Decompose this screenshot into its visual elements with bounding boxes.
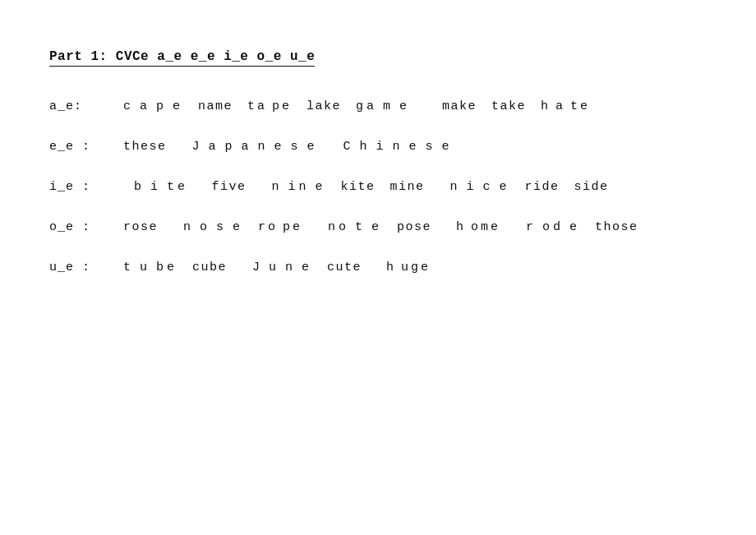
word-mine: mine [390, 180, 425, 194]
word-those: those [595, 220, 638, 234]
word-game: ga m e [356, 99, 410, 113]
word-nine: n in e [261, 180, 326, 194]
section-o_e: o_e : rose n o s e ro pe no t e pose h o… [49, 220, 707, 234]
word-june: J u n e [242, 261, 312, 274]
word-rose: rose [123, 220, 158, 234]
word-chinese: C h i n e s e [333, 140, 453, 154]
word-side: side [574, 180, 609, 194]
label-o_e: o_e : [49, 220, 123, 234]
word-home: h ome [446, 220, 500, 234]
word-bite: b i te [123, 180, 188, 194]
word-cape: c a p e [123, 99, 183, 113]
word-rope: ro pe [258, 220, 302, 234]
label-e_e: e_e : [49, 140, 123, 154]
word-kite: kite [341, 180, 376, 194]
section-e_e: e_e : these J a p a n e s e C h i n e s … [49, 140, 707, 154]
word-nose: n o s e [173, 220, 243, 234]
word-cute: cute [327, 261, 362, 274]
word-tape: ta pe [247, 99, 292, 113]
page-title: Part 1: CVCe a_e e_e i_e o_e u_e [49, 49, 315, 67]
word-rode: r od e [515, 220, 580, 234]
label-a_e: a_e: [49, 99, 123, 113]
label-i_e: i_e : [49, 180, 123, 194]
word-ride: ride [525, 180, 560, 194]
word-name: name [198, 99, 233, 113]
word-note: no t e [317, 220, 382, 234]
word-tube: t u be [123, 261, 177, 274]
word-japanese: J a p a n e s e [182, 140, 318, 154]
word-take: take [491, 99, 526, 113]
label-u_e: u_e : [49, 261, 123, 274]
word-hate: h a te [541, 99, 590, 113]
section-i_e: i_e : b i te five n in e kite mine n i c… [49, 180, 707, 194]
word-pose: pose [397, 220, 431, 234]
section-a_e: a_e: c a p e name ta pe lake ga m e make… [49, 99, 707, 113]
word-make: make [425, 99, 477, 113]
word-cube: cube [192, 261, 227, 274]
content-area: a_e: c a p e name ta pe lake ga m e make… [49, 99, 707, 274]
word-huge: h uge [376, 261, 431, 274]
word-five: five [203, 180, 247, 194]
word-nice: n i c e [440, 180, 510, 194]
section-u_e: u_e : t u be cube J u n e cute h uge [49, 261, 707, 274]
word-these: these [123, 140, 167, 154]
word-lake: lake [307, 99, 341, 113]
